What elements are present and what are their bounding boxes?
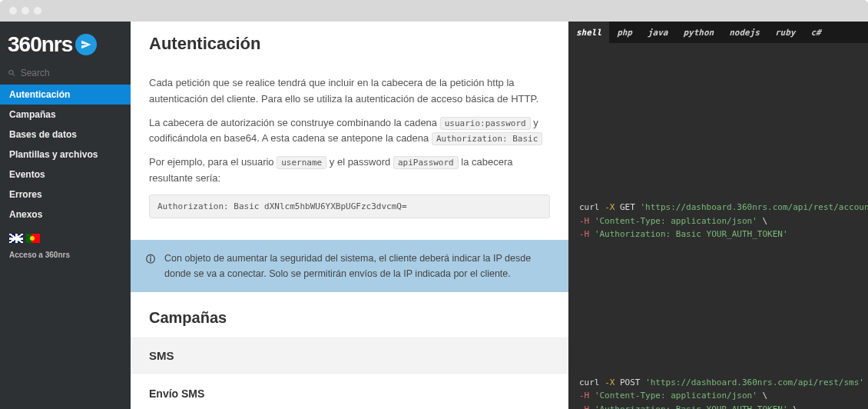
language-flags <box>0 224 131 246</box>
code-auth-basic: Authorization: Basic <box>432 132 542 145</box>
svg-line-1 <box>13 74 15 76</box>
access-link[interactable]: Acceso a 360nrs <box>0 246 131 264</box>
lang-tab[interactable]: ruby <box>767 22 803 43</box>
endpoint-row: POST https://dashboard.360nrs.com/api/re… <box>131 404 568 409</box>
subsection-sms: SMS <box>131 338 568 374</box>
auth-paragraph-3: Por ejemplo, para el usuario username y … <box>149 155 550 187</box>
auth-paragraph-1: Cada petición que se realice tendrá que … <box>149 75 550 108</box>
lang-tab[interactable]: python <box>676 22 722 43</box>
auth-paragraph-2: La cabecera de autorización se construye… <box>149 115 550 148</box>
sidebar-item[interactable]: Eventos <box>0 165 131 185</box>
lang-tab[interactable]: java <box>640 22 676 43</box>
auth-callout: ⓘ Con objeto de aumentar la seguridad de… <box>131 240 568 292</box>
window-dot <box>9 7 17 15</box>
lang-tab[interactable]: nodejs <box>721 22 767 43</box>
lang-tab[interactable]: c# <box>803 22 829 43</box>
flag-pt-icon[interactable] <box>26 234 40 243</box>
code-example-auth: curl -X GET 'https://dashboard.360nrs.co… <box>568 193 868 249</box>
code-user-pass: usuario:password <box>440 117 531 130</box>
logo-text: 360nrs <box>8 32 72 57</box>
logo-badge-icon <box>75 34 97 55</box>
sidebar: 360nrs AutenticaciónCampañasBases de dat… <box>0 22 131 409</box>
language-tabs: shellphpjavapythonnodejsrubyc# <box>568 22 868 43</box>
search-input[interactable] <box>21 68 123 78</box>
lang-tab[interactable]: php <box>609 22 640 43</box>
sidebar-item[interactable]: Campañas <box>0 105 131 125</box>
sidebar-item[interactable]: Errores <box>0 185 131 204</box>
svg-point-0 <box>9 70 13 74</box>
logo: 360nrs <box>0 22 131 65</box>
code-example-sms: curl -X POST 'https://dashboard.360nrs.c… <box>568 368 868 409</box>
sidebar-item[interactable]: Plantillas y archivos <box>0 145 131 165</box>
search-box[interactable] <box>0 65 131 85</box>
sidebar-item[interactable]: Anexos <box>0 204 131 224</box>
section-title-campaigns: Campañas <box>131 292 568 338</box>
info-icon: ⓘ <box>146 252 155 267</box>
window-dot <box>22 7 29 15</box>
sidebar-item[interactable]: Bases de datos <box>0 125 131 145</box>
code-username: username <box>277 156 326 169</box>
flag-gb-icon[interactable] <box>9 234 23 243</box>
search-icon <box>8 68 16 78</box>
subsection-send-sms: Envío SMS <box>131 374 568 404</box>
nav: AutenticaciónCampañasBases de datosPlant… <box>0 85 131 224</box>
section-title-auth: Autenticación <box>131 22 568 66</box>
lang-tab[interactable]: shell <box>568 22 609 43</box>
sidebar-item[interactable]: Autenticación <box>0 85 131 105</box>
window-dot <box>34 7 41 15</box>
content-pane: Autenticación Cada petición que se reali… <box>131 22 568 409</box>
browser-titlebar <box>0 0 868 22</box>
code-apipassword: apiPassword <box>393 156 459 169</box>
auth-header-example: Authorization: Basic dXNlcm5hbWU6YXBpUGF… <box>149 195 550 219</box>
code-pane: shellphpjavapythonnodejsrubyc# curl -X G… <box>568 22 868 409</box>
